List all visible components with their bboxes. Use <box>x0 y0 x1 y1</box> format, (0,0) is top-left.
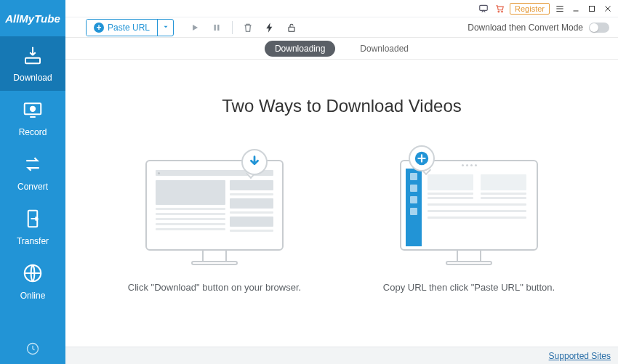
tab-downloading[interactable]: Downloading <box>265 41 335 57</box>
sidebar-item-record[interactable]: Record <box>0 91 65 145</box>
trash-button[interactable] <box>241 21 254 34</box>
svg-rect-9 <box>590 6 595 11</box>
register-button[interactable]: Register <box>510 3 550 15</box>
sidebar-item-online[interactable]: Online <box>0 254 65 309</box>
transfer-icon <box>22 208 44 232</box>
method-caption: Click "Download" button on your browser. <box>128 281 301 294</box>
toolbar: + Paste URL Download then Convert Mo <box>65 17 618 38</box>
methods-row: Click "Download" button on your browser. <box>120 145 563 294</box>
download-icon <box>22 44 44 68</box>
maximize-icon[interactable] <box>586 3 598 15</box>
cart-icon[interactable] <box>494 3 505 15</box>
record-icon <box>22 99 44 123</box>
sidebar-item-label: Convert <box>17 182 48 192</box>
empty-state: Two Ways to Download Videos <box>65 60 618 347</box>
paste-url-label: Paste URL <box>108 23 150 33</box>
titlebar: Register <box>65 0 618 17</box>
footer: Supported Sites <box>65 347 618 364</box>
chevron-down-icon <box>162 22 169 33</box>
close-icon[interactable] <box>602 3 614 15</box>
arrow-down-circle-icon <box>241 149 268 175</box>
svg-rect-10 <box>214 24 216 30</box>
svg-point-8 <box>502 11 503 12</box>
bolt-button[interactable] <box>263 21 276 34</box>
convert-mode-toggle[interactable] <box>589 23 609 33</box>
sidebar-item-label: Record <box>19 127 47 137</box>
svg-point-7 <box>498 11 499 12</box>
sidebar-item-label: Download <box>13 73 52 83</box>
plus-icon: + <box>94 23 104 33</box>
illustration-app <box>400 145 538 265</box>
sidebar: AllMyTube Download Record Convert <box>0 0 65 364</box>
feedback-icon[interactable] <box>478 3 489 15</box>
sidebar-item-convert[interactable]: Convert <box>0 145 65 200</box>
unlock-button[interactable] <box>285 21 298 34</box>
empty-state-headline: Two Ways to Download Videos <box>222 96 462 116</box>
toolbar-controls <box>188 21 298 34</box>
method-paste-url: Copy URL then click "Paste URL" button. <box>374 145 563 294</box>
supported-sites-link[interactable]: Supported Sites <box>549 351 611 361</box>
method-browser: Click "Download" button on your browser. <box>120 145 309 294</box>
tab-downloaded[interactable]: Downloaded <box>350 41 419 57</box>
app-logo: AllMyTube <box>0 0 65 36</box>
toolbar-right: Download then Convert Mode <box>467 23 609 33</box>
paste-url-button[interactable]: + Paste URL <box>87 20 157 36</box>
clock-icon[interactable] <box>25 341 40 358</box>
minimize-icon[interactable] <box>570 3 582 15</box>
sidebar-item-transfer[interactable]: Transfer <box>0 200 65 254</box>
sidebar-nav: Download Record Convert Transfer <box>0 36 65 335</box>
tabbar: Downloading Downloaded <box>65 38 618 60</box>
svg-point-2 <box>31 107 35 111</box>
convert-icon <box>22 153 44 177</box>
illustration-browser <box>145 145 284 265</box>
online-icon <box>22 262 44 286</box>
menu-icon[interactable] <box>554 3 566 15</box>
pause-button[interactable] <box>210 21 223 34</box>
sidebar-item-download[interactable]: Download <box>0 36 65 91</box>
sidebar-bottom <box>0 335 65 364</box>
paste-url-button-group: + Paste URL <box>86 19 174 36</box>
svg-rect-11 <box>217 24 219 30</box>
play-button[interactable] <box>188 21 201 34</box>
sidebar-item-label: Transfer <box>17 236 49 246</box>
svg-rect-6 <box>480 5 488 10</box>
app-window: AllMyTube Download Record Convert <box>0 0 618 364</box>
main-area: Register + Paste URL <box>65 0 618 364</box>
convert-mode-label: Download then Convert Mode <box>467 23 583 33</box>
plus-circle-icon <box>409 145 435 171</box>
separator <box>232 21 233 34</box>
method-caption: Copy URL then click "Paste URL" button. <box>383 281 555 294</box>
svg-rect-12 <box>289 27 294 31</box>
svg-rect-0 <box>25 58 40 64</box>
sidebar-item-label: Online <box>20 291 46 301</box>
paste-url-dropdown[interactable] <box>157 20 173 36</box>
